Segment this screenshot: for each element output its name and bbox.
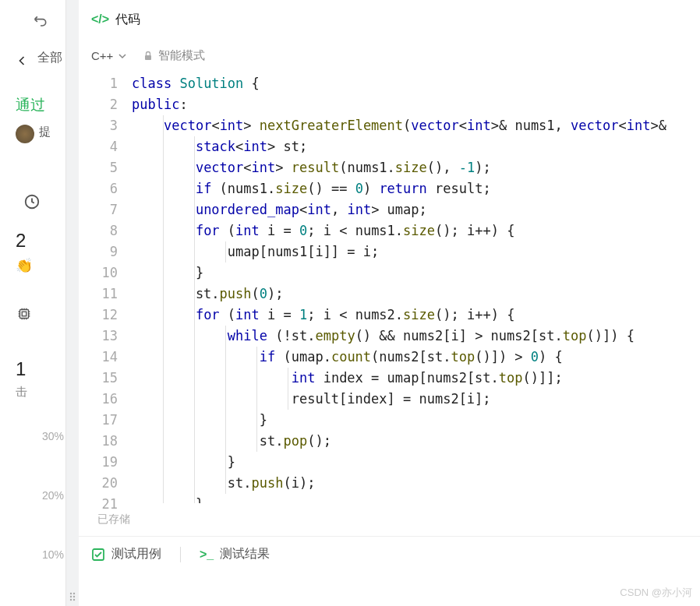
code-label: 代码 bbox=[115, 12, 140, 28]
svg-point-7 bbox=[70, 599, 72, 601]
indent-guide bbox=[288, 368, 288, 389]
code-line[interactable]: st.push(0); bbox=[132, 284, 700, 305]
code-area[interactable]: class Solution {public: vector<int> next… bbox=[132, 73, 700, 503]
indent-guide bbox=[163, 389, 164, 410]
line-number: 14 bbox=[79, 347, 118, 368]
code-line[interactable]: result[index] = nums2[i]; bbox=[132, 389, 700, 410]
pct-30: 30% bbox=[42, 430, 64, 442]
line-number: 6 bbox=[79, 178, 118, 199]
line-number: 10 bbox=[79, 262, 118, 284]
line-number: 20 bbox=[79, 473, 118, 494]
indent-guide bbox=[163, 368, 164, 389]
svg-point-3 bbox=[70, 593, 72, 594]
chip-icon bbox=[16, 305, 33, 322]
indent-guide bbox=[163, 326, 164, 347]
tab-testcase[interactable]: 测试用例 bbox=[91, 546, 161, 562]
indent-guide bbox=[163, 178, 164, 199]
all-label[interactable]: 全部 bbox=[37, 50, 62, 66]
back-arrow-icon[interactable] bbox=[14, 53, 30, 69]
svg-point-4 bbox=[73, 593, 75, 594]
indent-guide bbox=[194, 178, 195, 199]
indent-guide bbox=[194, 305, 195, 326]
line-number: 7 bbox=[79, 199, 118, 220]
svg-point-8 bbox=[73, 599, 75, 601]
code-line[interactable]: } bbox=[132, 452, 700, 473]
pass-label: 通过 bbox=[16, 95, 45, 115]
avatar[interactable] bbox=[16, 125, 34, 143]
indent-guide bbox=[163, 136, 164, 157]
code-line[interactable]: while (!st.empty() && nums2[i] > nums2[s… bbox=[132, 326, 700, 347]
indent-guide bbox=[194, 199, 195, 220]
indent-guide bbox=[163, 473, 164, 494]
code-line[interactable]: stack<int> st; bbox=[132, 136, 700, 157]
check-box-icon bbox=[91, 548, 105, 562]
code-line[interactable]: for (int i = 1; i < nums2.size(); i++) { bbox=[132, 305, 700, 326]
indent-guide bbox=[194, 157, 195, 178]
indent-guide bbox=[163, 410, 164, 431]
code-line[interactable]: } bbox=[132, 410, 700, 431]
code-line[interactable]: umap[nums1[i]] = i; bbox=[132, 241, 700, 262]
tab-result[interactable]: >_ 测试结果 bbox=[200, 546, 270, 562]
indent-guide bbox=[256, 368, 257, 389]
smart-mode[interactable]: 智能模式 bbox=[143, 48, 205, 63]
code-line[interactable]: } bbox=[132, 262, 700, 284]
indent-guide bbox=[163, 431, 164, 452]
indent-guide bbox=[225, 473, 226, 494]
code-line[interactable]: class Solution { bbox=[132, 73, 700, 94]
indent-guide bbox=[163, 494, 164, 503]
indent-guide bbox=[256, 431, 257, 452]
code-line[interactable]: if (nums1.size() == 0) return result; bbox=[132, 178, 700, 199]
line-number: 5 bbox=[79, 157, 118, 178]
indent-guide bbox=[225, 389, 226, 410]
code-line[interactable]: st.pop(); bbox=[132, 431, 700, 452]
indent-guide bbox=[256, 410, 257, 431]
indent-guide bbox=[163, 305, 164, 326]
line-number: 15 bbox=[79, 368, 118, 389]
line-number: 1 bbox=[79, 73, 118, 94]
code-line[interactable]: st.push(i); bbox=[132, 473, 700, 494]
indent-guide bbox=[225, 452, 226, 473]
line-number: 8 bbox=[79, 220, 118, 241]
stat-1: 1 bbox=[16, 358, 26, 380]
indent-guide bbox=[194, 220, 195, 241]
indent-guide bbox=[194, 326, 195, 347]
indent-guide bbox=[163, 199, 164, 220]
panel-divider[interactable] bbox=[66, 0, 79, 606]
svg-rect-9 bbox=[145, 55, 151, 60]
indent-guide bbox=[256, 389, 257, 410]
line-number: 18 bbox=[79, 431, 118, 452]
indent-guide bbox=[194, 368, 195, 389]
language-select[interactable]: C++ bbox=[91, 49, 127, 62]
indent-guide bbox=[194, 347, 195, 368]
code-line[interactable]: vector<int> result(nums1.size(), -1); bbox=[132, 157, 700, 178]
left-sidebar: 全部 通过 提 2 👏 1 击 30% 20% 10% bbox=[0, 0, 66, 606]
indent-guide bbox=[288, 389, 288, 410]
indent-guide bbox=[225, 347, 226, 368]
line-number: 16 bbox=[79, 389, 118, 410]
tab-result-label: 测试结果 bbox=[220, 546, 270, 562]
indent-guide bbox=[163, 452, 164, 473]
tab-separator bbox=[180, 547, 181, 562]
clock-icon bbox=[23, 193, 41, 210]
indent-guide bbox=[194, 410, 195, 431]
chevron-down-icon bbox=[118, 51, 127, 61]
line-number: 13 bbox=[79, 326, 118, 347]
indent-guide bbox=[194, 431, 195, 452]
code-editor[interactable]: 123456789101112131415161718192021 class … bbox=[79, 73, 700, 503]
indent-guide bbox=[225, 431, 226, 452]
code-line[interactable]: if (umap.count(nums2[st.top()]) > 0) { bbox=[132, 347, 700, 368]
indent-guide bbox=[194, 262, 195, 284]
code-line[interactable]: } bbox=[132, 494, 700, 503]
indent-guide bbox=[225, 241, 226, 262]
language-label: C++ bbox=[91, 49, 113, 62]
stat-2: 2 bbox=[16, 230, 26, 252]
line-number: 4 bbox=[79, 136, 118, 157]
indent-guide bbox=[194, 389, 195, 410]
undo-icon[interactable] bbox=[33, 14, 48, 30]
code-line[interactable]: int index = umap[nums2[st.top()]]; bbox=[132, 368, 700, 389]
code-line[interactable]: vector<int> nextGreaterElement(vector<in… bbox=[132, 115, 700, 136]
code-line[interactable]: unordered_map<int, int> umap; bbox=[132, 199, 700, 220]
code-line[interactable]: for (int i = 0; i < nums1.size(); i++) { bbox=[132, 220, 700, 241]
code-line[interactable]: public: bbox=[132, 94, 700, 115]
resize-handle-icon[interactable] bbox=[69, 590, 76, 603]
